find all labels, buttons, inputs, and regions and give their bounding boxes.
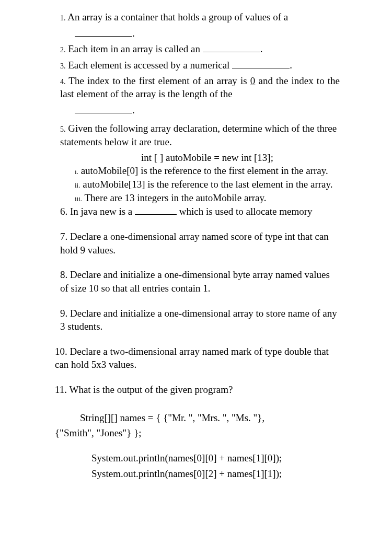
q8-text: Declare and initialize a one-dimensional… (60, 269, 330, 294)
question-10: 10. Declare a two-dimensional array name… (55, 345, 340, 372)
q1-text-a: An array is a container that holds a gro… (67, 11, 288, 22)
question-8: 8. Declare and initialize a one-dimensio… (60, 268, 340, 295)
q4-period: . (132, 105, 135, 115)
question-2: 2. Each item in an array is called an . (60, 42, 340, 56)
q11-code-line2: {"Smith", "Jones"} }; (55, 426, 340, 440)
question-11: 11. What is the output of the given prog… (55, 383, 340, 397)
q5-sub-ii: ii. autoMobile[13] is the reference to t… (86, 178, 340, 191)
q6-number: 6. (60, 206, 67, 217)
q5-sub-i: i. autoMobile[0] is the reference to the… (86, 164, 340, 178)
q9-text: Declare and initialize a one-dimensional… (60, 308, 337, 332)
blank (75, 103, 132, 113)
q5-declaration: int [ ] autoMobile = new int [13]; (75, 151, 340, 165)
q2-text-a: Each item in an array is called an (68, 43, 202, 54)
blank (232, 58, 290, 68)
question-6: 6. In java new is a which is used to all… (60, 204, 340, 218)
blank (203, 42, 260, 52)
q4-text-a: The index to the first element of an arr… (68, 75, 250, 86)
q5-i-text: autoMobile[0] is the reference to the fi… (81, 165, 328, 176)
q6-text-b: which is used to allocate memory (177, 206, 313, 217)
q2-number: 2. (60, 46, 66, 54)
q11-number: 11. (55, 384, 67, 395)
q5-ii-num: ii. (75, 181, 80, 189)
q5-ii-text: autoMobile[13] is the reference to the l… (83, 179, 332, 190)
q11-text: What is the output of the given program? (69, 384, 233, 395)
q5-i-num: i. (75, 168, 78, 176)
q9-number: 9. (60, 308, 67, 319)
q7-number: 7. (60, 231, 67, 242)
q11-code-line3: System.out.println(names[0][0] + names[1… (91, 451, 340, 465)
q5-iii-text: There are 13 integers in the autoMobile … (85, 192, 267, 203)
q10-number: 10. (55, 346, 67, 357)
question-9: 9. Declare and initialize a one-dimensio… (60, 307, 340, 333)
q5-number: 5. (60, 125, 66, 133)
q3-number: 3. (60, 62, 66, 70)
q7-text: Declare a one-dimensional array named sc… (60, 231, 329, 256)
q1-number: 1. (60, 14, 66, 22)
question-3: 3. Each element is accessed by a numeric… (60, 58, 340, 72)
q5-iii-num: iii. (75, 195, 82, 203)
question-7: 7. Declare a one-dimensional array named… (60, 230, 340, 257)
q10-text: Declare a two-dimensional array named ma… (55, 346, 329, 370)
q2-period: . (260, 43, 263, 54)
q1-period: . (132, 28, 135, 39)
question-1: 1. An array is a container that holds a … (60, 10, 340, 24)
q5-sub-iii: iii. There are 13 integers in the autoMo… (86, 191, 340, 205)
question-5: 5. Given the following array declaration… (60, 122, 340, 148)
blank (75, 26, 132, 37)
q4-line2: . (75, 103, 340, 117)
q1-line2: . (75, 26, 340, 40)
q3-period: . (290, 60, 292, 71)
q8-number: 8. (60, 269, 67, 280)
question-4: 4. The index to the first element of an … (60, 74, 340, 101)
q4-zero: 0 (250, 75, 256, 86)
q11-code-line1: String[][] names = { {"Mr. ", "Mrs. ", "… (80, 411, 340, 425)
q5-intro: Given the following array declaration, d… (60, 123, 337, 147)
q11-code-line4: System.out.println(names[0][2] + names[1… (91, 467, 340, 481)
q3-text-a: Each element is accessed by a numerical (68, 60, 232, 71)
blank (135, 204, 177, 215)
q4-number: 4. (60, 78, 66, 86)
q6-text-a: In java new is a (70, 206, 135, 217)
